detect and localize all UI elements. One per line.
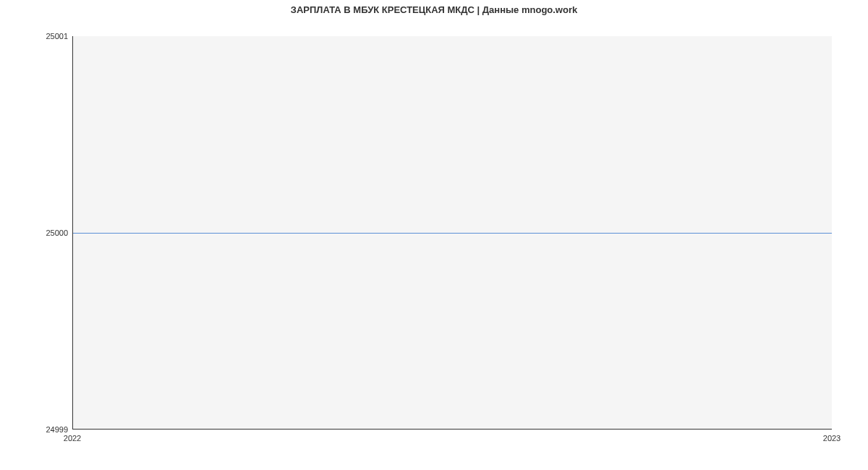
y-tick-min: 24999 <box>46 425 68 434</box>
salary-chart: ЗАРПЛАТА В МБУК КРЕСТЕЦКАЯ МКДС | Данные… <box>0 0 868 470</box>
chart-title: ЗАРПЛАТА В МБУК КРЕСТЕЦКАЯ МКДС | Данные… <box>0 4 868 15</box>
x-tick-start: 2022 <box>64 434 81 443</box>
y-tick-max: 25001 <box>46 32 68 40</box>
y-tick-mid: 25000 <box>46 228 68 237</box>
salary-series-line <box>73 233 832 234</box>
x-tick-end: 2023 <box>823 434 841 443</box>
plot-area <box>72 36 832 430</box>
